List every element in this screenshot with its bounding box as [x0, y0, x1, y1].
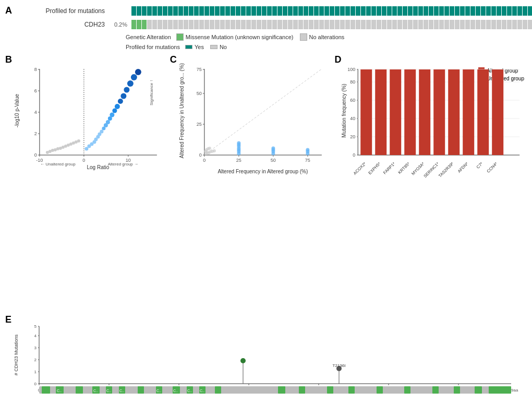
svg-point-37	[84, 147, 88, 151]
bar-exph5	[375, 69, 386, 155]
normal-bar	[251, 20, 256, 29]
profiled-bar	[324, 6, 329, 16]
svg-rect-184	[299, 386, 305, 394]
profiled-bar	[418, 6, 423, 16]
svg-point-52	[118, 99, 123, 104]
profiled-bar	[220, 6, 225, 16]
bar-myo3a	[419, 69, 430, 155]
row-bcd: B 0 2 4 6 8	[5, 54, 527, 310]
normal-bar	[262, 20, 267, 29]
svg-rect-191	[475, 386, 482, 394]
profiled-bar	[465, 6, 470, 16]
svg-text:25: 25	[236, 158, 241, 163]
profiled-bar	[199, 6, 204, 16]
no-alt-legend-box	[300, 33, 307, 41]
profiled-bar	[455, 6, 460, 16]
svg-rect-182	[215, 386, 221, 394]
section-e: E # CDH23 Mutations 0 1 2 3 4 5	[5, 314, 527, 398]
normal-bar	[361, 20, 366, 29]
section-c: C 0 25 50 75	[170, 54, 333, 310]
normal-bar	[309, 20, 313, 29]
svg-text:Altered Frequency in Altered g: Altered Frequency in Altered group (%)	[217, 169, 308, 174]
normal-bar	[189, 20, 194, 29]
normal-bar	[147, 20, 152, 29]
profiled-bar	[429, 6, 433, 16]
normal-bar	[304, 20, 308, 29]
profiled-bar	[528, 6, 532, 16]
normal-bar	[236, 20, 240, 29]
svg-text:CCN4*: CCN4*	[486, 161, 498, 174]
svg-text:4: 4	[34, 334, 37, 338]
normal-bar	[199, 20, 204, 29]
normal-bar	[476, 20, 480, 29]
svg-text:25: 25	[197, 122, 202, 127]
section-a-label: A	[5, 5, 12, 16]
svg-text:75: 75	[197, 67, 202, 72]
svg-rect-192	[489, 386, 511, 394]
svg-text:0: 0	[203, 158, 205, 163]
normal-bar	[528, 20, 532, 29]
svg-text:5: 5	[34, 324, 37, 329]
svg-text:Significance ↑: Significance ↑	[149, 80, 154, 105]
normal-bar	[429, 20, 433, 29]
profiled-bar	[392, 6, 397, 16]
svg-text:T2136I: T2136I	[333, 363, 346, 368]
normal-bar	[450, 20, 454, 29]
profiled-bar	[507, 6, 512, 16]
normal-bar	[330, 20, 334, 29]
bar-farp1	[390, 69, 401, 155]
bar-acox2	[360, 69, 372, 155]
profiled-bar	[288, 6, 293, 16]
section-b: B 0 2 4 6 8	[5, 54, 168, 310]
normal-bar	[184, 20, 188, 29]
svg-text:TAS2R39*: TAS2R39*	[438, 161, 455, 179]
svg-text:Altered Frequency in Unaltered: Altered Frequency in Unaltered gro... (%…	[179, 63, 185, 158]
profiled-bar	[267, 6, 272, 16]
normal-bar	[272, 20, 277, 29]
profiled-bar	[178, 6, 183, 16]
section-a: A Profiled for mutations CDH23 0.2% Gene…	[5, 5, 527, 50]
svg-point-102	[306, 148, 309, 152]
normal-bar	[408, 20, 413, 29]
profiled-bar	[434, 6, 439, 16]
profiled-bar	[397, 6, 402, 16]
svg-text:C..: C..	[106, 389, 111, 393]
svg-text:2: 2	[34, 358, 37, 362]
profiled-bar	[356, 6, 360, 16]
svg-point-44	[100, 130, 103, 134]
cdh23-track	[131, 20, 532, 29]
svg-rect-185	[327, 386, 333, 394]
svg-text:SERINC1*: SERINC1*	[422, 161, 440, 179]
normal-bar	[241, 20, 246, 29]
svg-rect-186	[348, 386, 355, 394]
profiled-bar	[173, 6, 178, 16]
svg-text:0: 0	[353, 152, 355, 158]
svg-text:20: 20	[350, 134, 355, 139]
svg-text:50: 50	[271, 158, 276, 163]
svg-text:-log10 p-Value: -log10 p-Value	[14, 93, 20, 127]
svg-point-57	[135, 69, 141, 75]
svg-point-56	[131, 74, 137, 80]
profiled-bar	[152, 6, 157, 16]
profiled-bar	[204, 6, 209, 16]
normal-bar	[152, 20, 157, 29]
normal-bar	[158, 20, 162, 29]
altered-bar	[137, 20, 141, 29]
bar-krt85	[404, 69, 416, 155]
svg-text:100: 100	[347, 67, 355, 72]
profiled-bar	[476, 6, 480, 16]
normal-bar	[486, 20, 491, 29]
section-d: D Altered group Unaltered group	[335, 54, 527, 310]
svg-rect-189	[432, 386, 439, 394]
svg-text:40: 40	[350, 116, 355, 121]
profiled-track	[131, 6, 532, 16]
svg-point-26	[51, 149, 54, 152]
profiled-bar	[298, 6, 303, 16]
profiled-legend-title: Profiled for mutations	[126, 44, 180, 50]
svg-text:Log Ratio: Log Ratio	[87, 164, 109, 170]
svg-text:80: 80	[350, 79, 355, 85]
normal-bar	[194, 20, 199, 29]
svg-point-194	[240, 358, 246, 363]
svg-text:MYO3A*: MYO3A*	[410, 161, 425, 176]
bar-chart-d: 0 20 40 60 80 100	[335, 64, 527, 179]
